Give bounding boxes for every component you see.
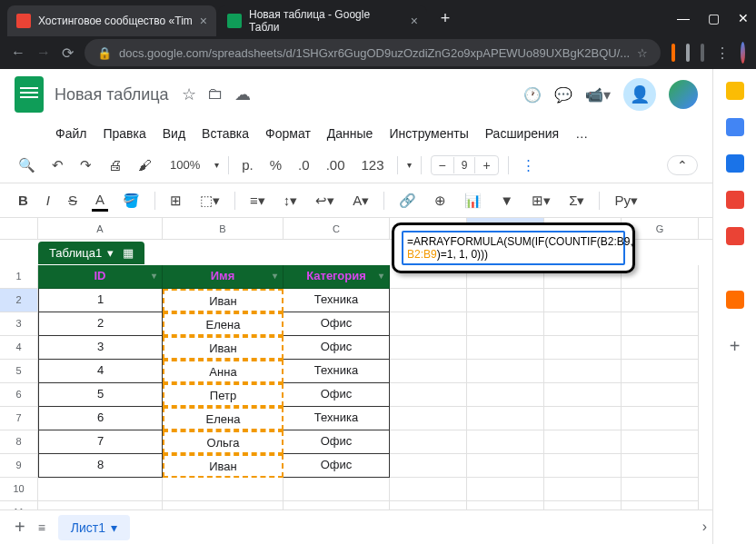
reload-button[interactable]: ⟳ [62,45,74,62]
menu-format[interactable]: Формат [259,123,317,144]
cell[interactable]: 8 [38,454,163,478]
formula-editor[interactable]: =ARRAYFORMULA(SUM(IF(COUNTIF(B2:B9, B2:B… [392,223,635,273]
close-icon[interactable]: ✕ [738,11,749,25]
menu-data[interactable]: Данные [321,123,380,144]
menu-tools[interactable]: Инструменты [383,123,474,144]
paint-format-button[interactable]: 🖌 [134,155,155,174]
all-sheets-button[interactable]: ≡ [38,520,45,535]
cell[interactable] [390,289,467,312]
cell[interactable]: Техника [284,289,390,312]
font-size-increase[interactable]: + [475,156,497,174]
extension-icon-2[interactable] [686,44,690,62]
table-chip[interactable]: Таблица1 ▾ ▦ [38,242,144,264]
cell[interactable]: 2 [38,312,163,336]
addon-icon[interactable] [726,291,744,309]
spreadsheet-grid[interactable]: A B C D E F G Таблица1 ▾ ▦ 1IDИмяКатегор… [0,218,712,509]
print-button[interactable]: 🖨 [104,155,125,174]
cell[interactable] [38,478,163,501]
italic-button[interactable]: I [43,191,54,210]
doc-name[interactable]: Новая таблица [55,85,169,104]
cell[interactable] [390,407,467,430]
scroll-right-icon[interactable]: › [702,519,707,535]
more-toolbar-icon[interactable]: ⋮ [518,155,539,175]
cell[interactable] [622,383,699,407]
fill-color-button[interactable]: 🪣 [119,191,144,211]
cell[interactable] [544,360,622,383]
cell[interactable] [544,383,622,407]
cell[interactable] [622,312,699,336]
menu-more[interactable]: … [569,123,594,144]
menu-view[interactable]: Вид [156,123,192,144]
cell[interactable] [390,360,467,383]
calendar-icon[interactable] [726,82,744,100]
cell[interactable]: Техника [284,360,390,383]
row-header[interactable]: 3 [0,312,38,336]
add-sheet-button[interactable]: + [15,517,25,538]
new-tab-button[interactable]: + [433,5,458,31]
cell[interactable] [622,336,699,360]
cell[interactable]: Офис [284,312,390,336]
cell[interactable] [544,289,622,312]
cell[interactable] [622,478,699,501]
cell[interactable]: Иван [163,289,284,312]
cell[interactable] [390,312,467,336]
contacts-icon[interactable] [726,191,744,209]
cell[interactable] [163,501,284,509]
cell[interactable] [390,430,467,454]
cell[interactable] [467,383,544,407]
cell[interactable] [467,430,544,454]
cell[interactable]: Анна [163,360,284,383]
url-input[interactable]: 🔒 docs.google.com/spreadsheets/d/1SHGxr6… [85,39,661,66]
undo-button[interactable]: ↶ [48,155,67,175]
valign-button[interactable]: ↕▾ [280,191,302,211]
filter-button[interactable]: ▼ [496,191,517,210]
redo-button[interactable]: ↷ [76,155,95,175]
cell[interactable] [622,360,699,383]
col-header-a[interactable]: A [38,218,163,239]
menu-extensions[interactable]: Расширения [479,123,565,144]
star-icon[interactable]: ☆ [637,46,648,60]
sheet-tab[interactable]: Лист1 ▾ [58,515,130,540]
font-size-decrease[interactable]: − [432,156,453,174]
row-header[interactable]: 2 [0,289,38,312]
cell[interactable]: Офис [284,336,390,360]
share-button[interactable]: 👤 [623,78,656,111]
table-header-cell[interactable]: ID [38,265,163,289]
comment-button[interactable]: ⊕ [431,191,450,211]
cell[interactable] [284,501,390,509]
cell[interactable] [390,478,467,501]
currency-button[interactable]: р. [238,155,257,174]
cell[interactable]: Техника [284,407,390,430]
keep-icon[interactable] [726,118,744,136]
cell[interactable] [544,478,622,501]
col-header-b[interactable]: B [163,218,284,239]
row-header[interactable]: 9 [0,454,38,478]
cell[interactable]: Иван [163,454,284,478]
cell[interactable] [622,501,699,509]
close-icon[interactable]: × [200,14,207,28]
cell[interactable] [467,478,544,501]
cell[interactable]: Иван [163,336,284,360]
collapse-toolbar-button[interactable]: ⌃ [667,155,698,175]
cell[interactable]: Ольга [163,430,284,454]
cell[interactable] [544,430,622,454]
get-addons-button[interactable]: + [730,336,741,357]
row-header[interactable]: 8 [0,430,38,454]
col-header-c[interactable]: C [284,218,390,239]
cell[interactable]: 1 [38,289,163,312]
row-header[interactable]: 6 [0,383,38,407]
dec-increase-button[interactable]: .00 [323,155,349,174]
row-header[interactable]: 10 [0,478,38,501]
cell[interactable] [390,454,467,478]
chart-button[interactable]: 📊 [461,191,485,211]
cell[interactable]: Петр [163,383,284,407]
cell[interactable] [544,312,622,336]
search-menu-icon[interactable]: 🔍 [15,155,39,175]
cell[interactable] [467,336,544,360]
cell[interactable]: 5 [38,383,163,407]
link-button[interactable]: 🔗 [395,191,420,211]
cell[interactable] [467,407,544,430]
cell[interactable] [544,336,622,360]
row-header[interactable]: 11 [0,501,38,509]
merge-button[interactable]: ⬚▾ [196,191,224,211]
